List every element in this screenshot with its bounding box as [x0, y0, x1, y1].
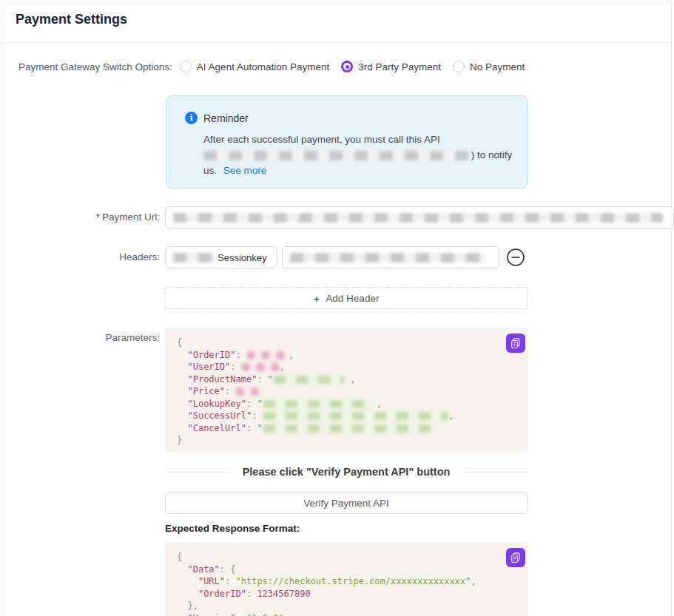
redacted-value [242, 363, 279, 371]
radio-unselected-icon[interactable] [180, 61, 192, 72]
copy-parameters-button[interactable] [506, 334, 525, 353]
radio-label: 3rd Party Payment [358, 61, 441, 72]
parameters-label: Parameters: [2, 332, 160, 343]
parameters-code-block: { "OrderID": , "UserID": , "ProductName"… [165, 328, 528, 452]
redacted-value [236, 387, 263, 396]
header-key-visible-text: Sessionkey [218, 252, 266, 263]
header-value-input[interactable] [282, 246, 499, 268]
copy-response-button[interactable] [506, 548, 525, 567]
payment-url-input[interactable] [165, 206, 674, 229]
payment-settings-panel: Payment Settings Payment Gateway Switch … [1, 1, 672, 616]
redacted-value [263, 400, 371, 408]
redacted-value [247, 351, 288, 359]
info-circle-icon: i [185, 112, 198, 124]
gateway-switch-row: Payment Gateway Switch Options: AI Agent… [18, 61, 536, 72]
payment-url-label: *Payment Url: [2, 211, 160, 223]
radio-ai-agent-automation-payment[interactable]: AI Agent Automation Payment [180, 61, 329, 72]
radio-3rd-party-payment[interactable]: 3rd Party Payment [341, 61, 441, 72]
divider-line-right [463, 472, 528, 473]
redacted-value [263, 424, 432, 433]
reminder-alert: i Reminder After each successful payment… [166, 95, 528, 189]
redacted-payment-url-value [173, 213, 663, 223]
add-header-button[interactable]: + Add Header [165, 287, 528, 309]
response-code-block: { "Data": { "URL": "https://checkout.str… [165, 542, 528, 616]
verify-divider-text: Please click "Verify Payment API" button [229, 466, 464, 478]
redacted-header-key-prefix [173, 253, 215, 263]
expected-response-label: Expected Response Format: [165, 523, 300, 534]
see-more-link[interactable]: See more [223, 165, 267, 176]
radio-no-payment[interactable]: No Payment [453, 61, 525, 72]
reminder-title: Reminder [203, 112, 249, 124]
plus-icon: + [314, 292, 320, 305]
page-title: Payment Settings [16, 12, 127, 27]
required-asterisk: * [96, 211, 100, 223]
reminder-line1: After each successful payment, you must … [203, 134, 440, 145]
reminder-body: After each successful payment, you must … [203, 132, 514, 178]
radio-label: No Payment [470, 61, 525, 72]
minus-circle-icon [506, 248, 525, 267]
copy-icon [510, 337, 522, 350]
radio-unselected-icon[interactable] [453, 61, 465, 72]
redacted-api-url [203, 151, 468, 160]
add-header-label: Add Header [326, 293, 379, 304]
reminder-line2-suffix: ) to notify [471, 149, 513, 160]
radio-selected-icon[interactable] [341, 61, 353, 72]
gateway-switch-label: Payment Gateway Switch Options: [18, 61, 172, 72]
title-divider [2, 42, 671, 43]
verify-payment-api-button[interactable]: Verify Payment API [165, 492, 528, 514]
copy-icon [510, 552, 522, 564]
redacted-value [274, 376, 344, 384]
redacted-header-value [290, 253, 485, 263]
radio-label: AI Agent Automation Payment [197, 61, 329, 72]
divider-line-left [165, 472, 229, 473]
header-key-input[interactable]: Sessionkey [165, 246, 277, 268]
verify-divider: Please click "Verify Payment API" button [165, 466, 528, 478]
redacted-value [263, 412, 448, 420]
reminder-line3: us. [203, 165, 217, 176]
headers-label: Headers: [2, 251, 160, 263]
remove-header-button[interactable] [506, 248, 525, 267]
